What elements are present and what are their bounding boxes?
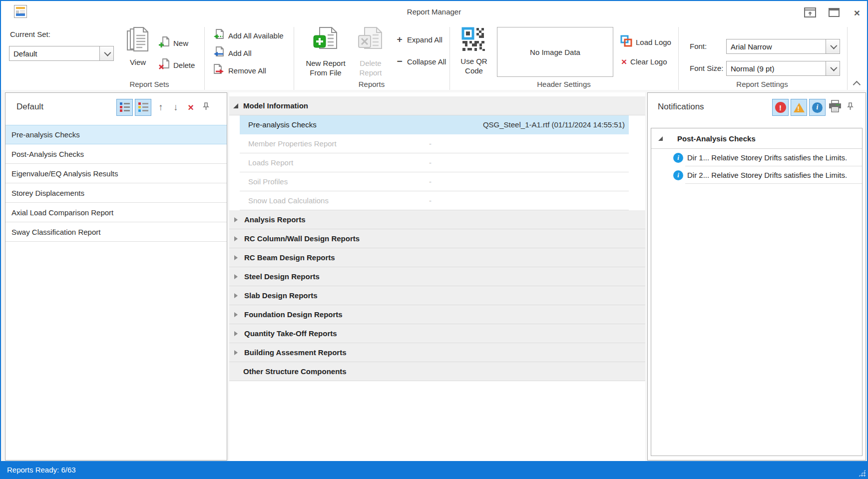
- close-button[interactable]: ×: [849, 6, 865, 19]
- list-item[interactable]: Eigenvalue/EQ Analysis Results: [5, 164, 227, 183]
- tree-group-collapsed[interactable]: Building Assesment Reports: [229, 343, 645, 362]
- remove-all-button[interactable]: Remove All: [213, 64, 266, 77]
- notification-group-row[interactable]: Post-Analysis Checks: [651, 128, 862, 149]
- tree-item-file-info: -: [429, 139, 432, 148]
- tree-item-row[interactable]: Pre-analysis Checks QSG_Steel_1-A1.rtf (…: [240, 115, 629, 134]
- tree-group-label: Building Assesment Reports: [244, 348, 346, 357]
- list-item[interactable]: Sway Classification Report: [5, 222, 227, 242]
- list-item-label: Storey Displacements: [11, 189, 84, 197]
- clear-logo-button[interactable]: × Clear Logo: [621, 57, 667, 66]
- collapse-all-button[interactable]: − Collapse All: [396, 56, 446, 67]
- pin-panel-button[interactable]: [198, 99, 213, 116]
- report-manager-window: Report Manager × Current Set: Default: [0, 0, 868, 479]
- info-icon: i: [673, 170, 683, 180]
- show-all-reports-toggle[interactable]: [116, 99, 133, 116]
- maximize-button[interactable]: [826, 6, 842, 19]
- tree-group-collapsed[interactable]: Analysis Reports: [229, 210, 645, 229]
- new-report-from-file-button[interactable]: New Report From File: [303, 27, 349, 77]
- list-item[interactable]: Pre-analysis Checks: [5, 125, 227, 144]
- notification-text: Dir 1... Relative Storey Drifts satisfie…: [687, 153, 847, 162]
- group-reports-toggle[interactable]: [135, 99, 151, 116]
- load-logo-icon: [620, 35, 632, 49]
- notification-text: Dir 2... Relative Storey Drifts satisfie…: [687, 171, 847, 179]
- collapsed-triangle-icon: [234, 236, 238, 241]
- add-all-button[interactable]: Add All: [213, 46, 252, 59]
- delete-report-label-line1: Delete: [360, 59, 381, 67]
- rollup-window-button[interactable]: [802, 6, 818, 19]
- view-button[interactable]: View: [120, 27, 156, 67]
- tree-item-name: Member Properties Report: [248, 139, 337, 148]
- use-qr-code-button[interactable]: Use QR Code: [457, 27, 490, 75]
- add-all-label: Add All: [228, 49, 252, 57]
- resize-grip[interactable]: [859, 470, 866, 477]
- tree-item-file-info: QSG_Steel_1-A1.rtf (01/11/2024 14:55:51): [483, 120, 625, 129]
- use-qr-code-label: Use QR Code: [460, 56, 487, 75]
- show-info-toggle[interactable]: i: [809, 99, 826, 116]
- new-set-button[interactable]: New: [159, 36, 188, 50]
- chevron-up-icon: [853, 80, 861, 88]
- new-document-icon: [159, 36, 170, 50]
- show-warnings-toggle[interactable]: !: [791, 99, 807, 116]
- font-combobox[interactable]: Arial Narrow: [726, 39, 840, 54]
- report-set-list: Pre-analysis Checks Post-Analysis Checks…: [5, 125, 227, 242]
- new-report-from-file-label: New Report From File: [306, 58, 345, 77]
- font-size-dropdown-button[interactable]: [826, 61, 840, 75]
- delete-report-button[interactable]: Delete Report: [351, 27, 391, 77]
- tree-group-collapsed[interactable]: RC Beam Design Reports: [229, 248, 645, 267]
- reports-group-label: Reports: [294, 80, 449, 88]
- tree-item-row[interactable]: Member Properties Report -: [240, 134, 629, 153]
- load-logo-button[interactable]: Load Logo: [620, 35, 671, 49]
- move-up-button[interactable]: ↑: [153, 99, 168, 116]
- collapse-ribbon-button[interactable]: [851, 78, 864, 89]
- font-dropdown-button[interactable]: [826, 39, 840, 53]
- chevron-down-icon: [830, 42, 837, 49]
- print-notifications-button[interactable]: [828, 99, 843, 116]
- chevron-down-icon: [830, 64, 837, 71]
- show-errors-toggle[interactable]: !: [772, 99, 789, 116]
- report-settings-group-label: Report Settings: [678, 80, 846, 88]
- tree-item-row[interactable]: Snow Load Calculations -: [240, 191, 629, 210]
- tree-group-leaf[interactable]: Other Structure Components: [229, 362, 645, 381]
- report-tree: Model Information Pre-analysis Checks QS…: [229, 96, 645, 381]
- tree-group-collapsed[interactable]: Slab Design Reports: [229, 286, 645, 305]
- list-view-icon: [120, 102, 130, 112]
- delete-set-button[interactable]: Delete: [159, 58, 195, 72]
- pin-icon: [203, 102, 209, 112]
- list-item[interactable]: Post-Analysis Checks: [5, 144, 227, 164]
- list-item[interactable]: Axial Load Comparison Report: [5, 203, 227, 222]
- remove-all-icon: [213, 64, 225, 77]
- current-set-dropdown-button[interactable]: [99, 46, 113, 60]
- tree-item-row[interactable]: Soil Profiles -: [240, 172, 629, 191]
- chevron-down-icon: [104, 49, 111, 56]
- error-icon: !: [775, 102, 786, 113]
- tree-item-row[interactable]: Loads Report -: [240, 153, 629, 172]
- collapsed-triangle-icon: [234, 255, 238, 260]
- list-item-label: Eigenvalue/EQ Analysis Results: [11, 169, 118, 178]
- delete-document-icon: [159, 58, 170, 72]
- qr-code-icon: [461, 27, 486, 54]
- add-all-available-button[interactable]: Add All Available: [213, 29, 284, 42]
- pin-icon: [847, 102, 854, 112]
- report-sets-group-label: Report Sets: [5, 80, 294, 88]
- tree-group-collapsed[interactable]: Steel Design Reports: [229, 267, 645, 286]
- tree-group-label: Other Structure Components: [243, 367, 347, 376]
- remove-from-set-button[interactable]: ×: [183, 99, 198, 116]
- delete-set-label: Delete: [173, 61, 195, 69]
- notifications-tree: Post-Analysis Checks i Dir 1... Relative…: [651, 128, 863, 456]
- font-size-combobox[interactable]: Normal (9 pt): [726, 61, 840, 76]
- tree-group-collapsed[interactable]: RC Column/Wall Design Reports: [229, 229, 645, 248]
- tree-group-label: Steel Design Reports: [244, 272, 320, 281]
- new-set-label: New: [173, 39, 188, 47]
- tree-group-model-information[interactable]: Model Information: [229, 96, 645, 115]
- list-item[interactable]: Storey Displacements: [5, 183, 227, 203]
- notification-item[interactable]: i Dir 1... Relative Storey Drifts satisf…: [651, 149, 862, 166]
- move-down-button[interactable]: ↓: [168, 99, 183, 116]
- pin-panel-button[interactable]: [843, 99, 858, 116]
- notification-item[interactable]: i Dir 2... Relative Storey Drifts satisf…: [651, 166, 862, 184]
- expand-all-button[interactable]: + Expand All: [396, 34, 442, 45]
- tree-group-collapsed[interactable]: Foundation Design Reports: [229, 305, 645, 324]
- current-set-combobox[interactable]: Default: [9, 46, 114, 61]
- tree-group-collapsed[interactable]: Quantity Take-Off Reports: [229, 324, 645, 343]
- tree-item-file-info: -: [429, 196, 432, 205]
- arrow-up-icon: ↑: [158, 102, 163, 113]
